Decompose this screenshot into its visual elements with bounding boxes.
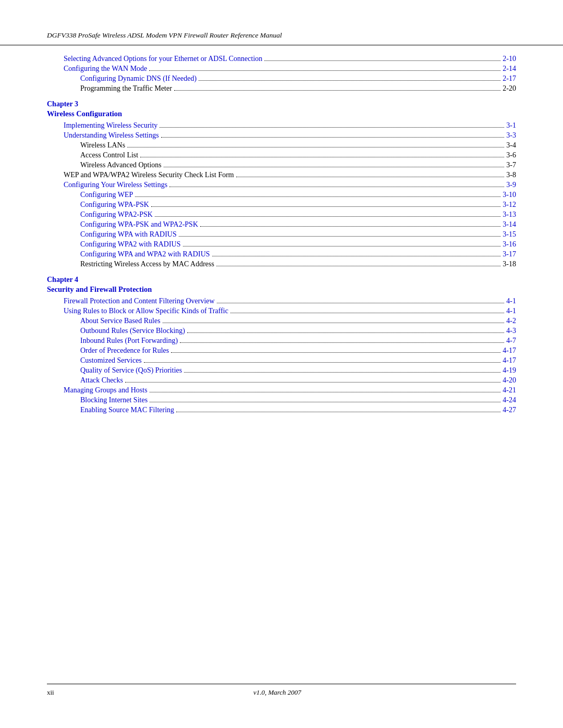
- toc-label[interactable]: Implementing Wireless Security: [64, 121, 157, 130]
- toc-page: 4-7: [506, 337, 516, 345]
- toc-dots: [160, 127, 504, 128]
- toc-dots: [199, 80, 500, 81]
- toc-page: 2-10: [503, 55, 516, 63]
- toc-label[interactable]: Configuring WPA-PSK and WPA2-PSK: [80, 220, 198, 229]
- toc-page: 2-17: [503, 75, 516, 83]
- toc-dots: [179, 236, 501, 237]
- toc-dots: [200, 226, 500, 227]
- toc-dots: [164, 167, 505, 167]
- toc-dots: [161, 137, 505, 138]
- toc-label[interactable]: Managing Groups and Hosts: [64, 386, 148, 394]
- toc-label[interactable]: Quality of Service (QoS) Priorities: [80, 366, 182, 375]
- toc-dots: [163, 323, 505, 323]
- toc-page: 4-1: [506, 297, 516, 305]
- toc-label[interactable]: Configuring Dynamic DNS (If Needed): [80, 75, 197, 83]
- toc-entry-understanding-wireless: Understanding Wireless Settings 3-3: [47, 131, 516, 140]
- toc-label[interactable]: Understanding Wireless Settings: [64, 131, 159, 140]
- toc-page: 3-12: [503, 201, 516, 209]
- chapter3-label: Chapter 3: [47, 100, 516, 108]
- toc-entry-enabling-source-mac: Enabling Source MAC Filtering 4-27: [47, 406, 516, 414]
- toc-label[interactable]: Configuring WEP: [80, 191, 133, 199]
- toc-page: 4-3: [506, 327, 516, 335]
- toc-page: 3-9: [506, 181, 516, 189]
- toc-page: 2-20: [503, 84, 516, 93]
- toc-label[interactable]: Restricting Wireless Access by MAC Addre…: [80, 260, 214, 268]
- toc-label[interactable]: Access Control List: [80, 151, 138, 159]
- toc-page: 3-4: [506, 141, 516, 150]
- toc-page: 3-6: [506, 151, 516, 159]
- toc-dots: [144, 362, 501, 363]
- toc-dots: [135, 196, 500, 197]
- toc-label[interactable]: Configuring WPA2 with RADIUS: [80, 240, 181, 249]
- toc-entry-configuring-wpa-psk: Configuring WPA-PSK 3-12: [47, 201, 516, 209]
- footer-bottom: xii v1.0, March 2007: [47, 688, 516, 697]
- toc-dots: [183, 246, 501, 246]
- toc-dots: [212, 256, 501, 256]
- toc-label[interactable]: Wireless Advanced Options: [80, 161, 162, 169]
- toc-entry-configuring-dynamic: Configuring Dynamic DNS (If Needed) 2-17: [47, 75, 516, 83]
- toc-dots: [217, 303, 505, 303]
- toc-dots: [155, 216, 500, 217]
- toc-page: 4-20: [503, 376, 516, 385]
- toc-entry-configuring-wpa-psk-wpa2: Configuring WPA-PSK and WPA2-PSK 3-14: [47, 220, 516, 229]
- toc-page: 3-7: [506, 161, 516, 169]
- toc-page: 3-18: [503, 260, 516, 268]
- toc-page: 3-1: [506, 121, 516, 130]
- toc-label[interactable]: Blocking Internet Sites: [80, 396, 148, 404]
- toc-entry-wep-wpa: WEP and WPA/WPA2 Wireless Security Check…: [47, 171, 516, 179]
- toc-label[interactable]: Wireless LANs: [80, 141, 125, 150]
- toc-label[interactable]: Programming the Traffic Meter: [80, 84, 172, 93]
- toc-entry-configuring-wan: Configuring the WAN Mode 2-14: [47, 65, 516, 73]
- toc-label[interactable]: Selecting Advanced Options for your Ethe…: [64, 55, 262, 63]
- toc-dots: [187, 332, 504, 333]
- version-label: v1.0, March 2007: [54, 688, 500, 697]
- toc-dots: [176, 412, 500, 412]
- toc-page: 4-27: [503, 406, 516, 414]
- toc-label[interactable]: Using Rules to Block or Allow Specific K…: [64, 307, 228, 315]
- toc-dots: [150, 402, 500, 402]
- toc-dots: [174, 90, 500, 91]
- toc-entry-configuring-wpa-radius: Configuring WPA with RADIUS 3-15: [47, 230, 516, 239]
- toc-label[interactable]: About Service Based Rules: [80, 317, 161, 325]
- toc-page: 4-1: [506, 307, 516, 315]
- toc-label[interactable]: Order of Precedence for Rules: [80, 347, 169, 355]
- toc-entry-quality-of-service: Quality of Service (QoS) Priorities 4-19: [47, 366, 516, 375]
- toc-label[interactable]: Attack Checks: [80, 376, 123, 385]
- toc-label[interactable]: Configuring WPA2-PSK: [80, 211, 153, 219]
- header-title: DGFV338 ProSafe Wireless ADSL Modem VPN …: [47, 31, 516, 40]
- toc-entry-configuring-wpa2-radius: Configuring WPA2 with RADIUS 3-16: [47, 240, 516, 249]
- toc-page: 2-14: [503, 65, 516, 73]
- toc-entry-attack-checks: Attack Checks 4-20: [47, 376, 516, 385]
- chapter3-title: Wireless Configuration: [47, 109, 516, 118]
- page-footer: xii v1.0, March 2007: [47, 684, 516, 697]
- toc-page: 4-17: [503, 356, 516, 365]
- toc-label[interactable]: Firewall Protection and Content Filterin…: [64, 297, 215, 305]
- chapter4-title: Security and Firewall Protection: [47, 285, 516, 294]
- toc-entry-outbound-rules: Outbound Rules (Service Blocking) 4-3: [47, 327, 516, 335]
- toc-entry-using-rules: Using Rules to Block or Allow Specific K…: [47, 307, 516, 315]
- page: DGFV338 ProSafe Wireless ADSL Modem VPN …: [0, 0, 563, 728]
- toc-label[interactable]: Outbound Rules (Service Blocking): [80, 327, 185, 335]
- toc-label[interactable]: Enabling Source MAC Filtering: [80, 406, 174, 414]
- toc-dots: [230, 313, 504, 313]
- toc-dots: [149, 70, 500, 71]
- toc-entry-blocking-internet: Blocking Internet Sites 4-24: [47, 396, 516, 404]
- toc-entry-firewall-protection: Firewall Protection and Content Filterin…: [47, 297, 516, 305]
- toc-page: 3-8: [506, 171, 516, 179]
- toc-label[interactable]: Configuring WPA with RADIUS: [80, 230, 177, 239]
- toc-page: 4-2: [506, 317, 516, 325]
- toc-page: 3-15: [503, 230, 516, 239]
- toc-dots: [151, 206, 500, 207]
- toc-label[interactable]: Configuring WPA-PSK: [80, 201, 149, 209]
- toc-page: 3-14: [503, 220, 516, 229]
- toc-entry-implementing-wireless: Implementing Wireless Security 3-1: [47, 121, 516, 130]
- toc-page: 4-17: [503, 347, 516, 355]
- toc-label[interactable]: Inbound Rules (Port Forwarding): [80, 337, 178, 345]
- toc-label[interactable]: Customized Services: [80, 356, 142, 365]
- toc-entry-customized-services: Customized Services 4-17: [47, 356, 516, 365]
- toc-label[interactable]: WEP and WPA/WPA2 Wireless Security Check…: [64, 171, 234, 179]
- toc-label[interactable]: Configuring WPA and WPA2 with RADIUS: [80, 250, 210, 258]
- toc-label[interactable]: Configuring the WAN Mode: [64, 65, 147, 73]
- toc-dots: [169, 187, 504, 187]
- toc-label[interactable]: Configuring Your Wireless Settings: [64, 181, 167, 189]
